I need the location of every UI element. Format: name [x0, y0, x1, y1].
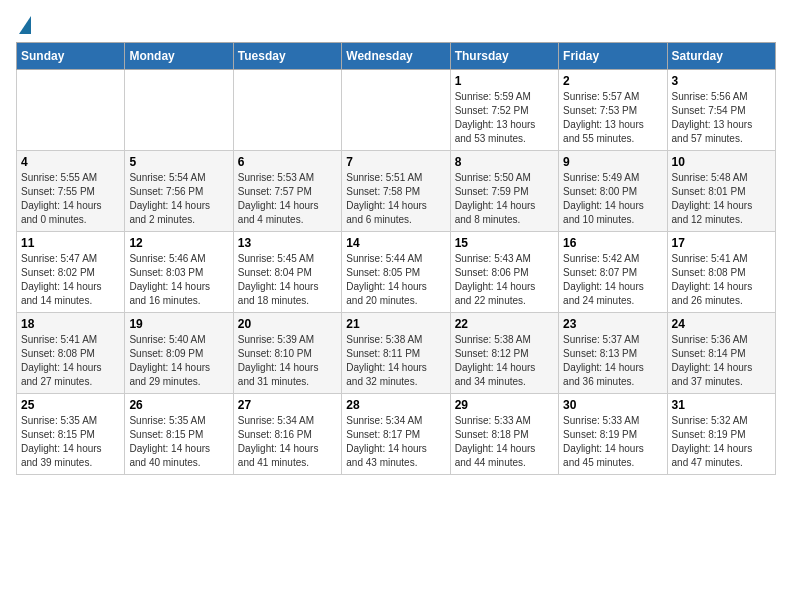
calendar-cell: 9Sunrise: 5:49 AM Sunset: 8:00 PM Daylig…	[559, 151, 667, 232]
day-info: Sunrise: 5:34 AM Sunset: 8:16 PM Dayligh…	[238, 414, 337, 470]
calendar-cell: 10Sunrise: 5:48 AM Sunset: 8:01 PM Dayli…	[667, 151, 775, 232]
calendar-table: SundayMondayTuesdayWednesdayThursdayFrid…	[16, 42, 776, 475]
day-number: 29	[455, 398, 554, 412]
day-info: Sunrise: 5:38 AM Sunset: 8:11 PM Dayligh…	[346, 333, 445, 389]
day-info: Sunrise: 5:32 AM Sunset: 8:19 PM Dayligh…	[672, 414, 771, 470]
calendar-cell: 17Sunrise: 5:41 AM Sunset: 8:08 PM Dayli…	[667, 232, 775, 313]
day-number: 9	[563, 155, 662, 169]
day-header-saturday: Saturday	[667, 43, 775, 70]
day-number: 25	[21, 398, 120, 412]
day-number: 17	[672, 236, 771, 250]
day-info: Sunrise: 5:38 AM Sunset: 8:12 PM Dayligh…	[455, 333, 554, 389]
calendar-cell: 4Sunrise: 5:55 AM Sunset: 7:55 PM Daylig…	[17, 151, 125, 232]
day-number: 3	[672, 74, 771, 88]
day-number: 5	[129, 155, 228, 169]
calendar-week-row: 11Sunrise: 5:47 AM Sunset: 8:02 PM Dayli…	[17, 232, 776, 313]
day-info: Sunrise: 5:44 AM Sunset: 8:05 PM Dayligh…	[346, 252, 445, 308]
calendar-cell: 29Sunrise: 5:33 AM Sunset: 8:18 PM Dayli…	[450, 394, 558, 475]
day-number: 26	[129, 398, 228, 412]
day-info: Sunrise: 5:35 AM Sunset: 8:15 PM Dayligh…	[129, 414, 228, 470]
day-number: 20	[238, 317, 337, 331]
day-info: Sunrise: 5:37 AM Sunset: 8:13 PM Dayligh…	[563, 333, 662, 389]
calendar-cell	[125, 70, 233, 151]
day-header-friday: Friday	[559, 43, 667, 70]
calendar-cell: 23Sunrise: 5:37 AM Sunset: 8:13 PM Dayli…	[559, 313, 667, 394]
day-number: 27	[238, 398, 337, 412]
day-info: Sunrise: 5:45 AM Sunset: 8:04 PM Dayligh…	[238, 252, 337, 308]
calendar-cell: 15Sunrise: 5:43 AM Sunset: 8:06 PM Dayli…	[450, 232, 558, 313]
calendar-week-row: 1Sunrise: 5:59 AM Sunset: 7:52 PM Daylig…	[17, 70, 776, 151]
day-number: 30	[563, 398, 662, 412]
day-info: Sunrise: 5:47 AM Sunset: 8:02 PM Dayligh…	[21, 252, 120, 308]
day-header-tuesday: Tuesday	[233, 43, 341, 70]
calendar-week-row: 4Sunrise: 5:55 AM Sunset: 7:55 PM Daylig…	[17, 151, 776, 232]
day-info: Sunrise: 5:49 AM Sunset: 8:00 PM Dayligh…	[563, 171, 662, 227]
day-number: 8	[455, 155, 554, 169]
day-number: 10	[672, 155, 771, 169]
day-number: 31	[672, 398, 771, 412]
calendar-cell: 25Sunrise: 5:35 AM Sunset: 8:15 PM Dayli…	[17, 394, 125, 475]
day-number: 24	[672, 317, 771, 331]
calendar-cell: 18Sunrise: 5:41 AM Sunset: 8:08 PM Dayli…	[17, 313, 125, 394]
day-info: Sunrise: 5:34 AM Sunset: 8:17 PM Dayligh…	[346, 414, 445, 470]
day-info: Sunrise: 5:48 AM Sunset: 8:01 PM Dayligh…	[672, 171, 771, 227]
day-header-wednesday: Wednesday	[342, 43, 450, 70]
day-info: Sunrise: 5:35 AM Sunset: 8:15 PM Dayligh…	[21, 414, 120, 470]
calendar-cell: 1Sunrise: 5:59 AM Sunset: 7:52 PM Daylig…	[450, 70, 558, 151]
calendar-cell: 24Sunrise: 5:36 AM Sunset: 8:14 PM Dayli…	[667, 313, 775, 394]
day-info: Sunrise: 5:57 AM Sunset: 7:53 PM Dayligh…	[563, 90, 662, 146]
calendar-cell: 16Sunrise: 5:42 AM Sunset: 8:07 PM Dayli…	[559, 232, 667, 313]
day-number: 1	[455, 74, 554, 88]
day-info: Sunrise: 5:51 AM Sunset: 7:58 PM Dayligh…	[346, 171, 445, 227]
day-info: Sunrise: 5:41 AM Sunset: 8:08 PM Dayligh…	[672, 252, 771, 308]
day-number: 4	[21, 155, 120, 169]
calendar-cell: 21Sunrise: 5:38 AM Sunset: 8:11 PM Dayli…	[342, 313, 450, 394]
calendar-cell: 22Sunrise: 5:38 AM Sunset: 8:12 PM Dayli…	[450, 313, 558, 394]
calendar-cell	[342, 70, 450, 151]
day-number: 16	[563, 236, 662, 250]
calendar-cell: 19Sunrise: 5:40 AM Sunset: 8:09 PM Dayli…	[125, 313, 233, 394]
day-header-monday: Monday	[125, 43, 233, 70]
logo	[16, 16, 31, 34]
calendar-cell: 30Sunrise: 5:33 AM Sunset: 8:19 PM Dayli…	[559, 394, 667, 475]
day-info: Sunrise: 5:40 AM Sunset: 8:09 PM Dayligh…	[129, 333, 228, 389]
calendar-cell: 5Sunrise: 5:54 AM Sunset: 7:56 PM Daylig…	[125, 151, 233, 232]
calendar-cell: 3Sunrise: 5:56 AM Sunset: 7:54 PM Daylig…	[667, 70, 775, 151]
calendar-week-row: 18Sunrise: 5:41 AM Sunset: 8:08 PM Dayli…	[17, 313, 776, 394]
day-info: Sunrise: 5:42 AM Sunset: 8:07 PM Dayligh…	[563, 252, 662, 308]
day-number: 19	[129, 317, 228, 331]
day-number: 11	[21, 236, 120, 250]
day-number: 22	[455, 317, 554, 331]
day-number: 23	[563, 317, 662, 331]
calendar-cell: 31Sunrise: 5:32 AM Sunset: 8:19 PM Dayli…	[667, 394, 775, 475]
day-header-thursday: Thursday	[450, 43, 558, 70]
calendar-week-row: 25Sunrise: 5:35 AM Sunset: 8:15 PM Dayli…	[17, 394, 776, 475]
day-info: Sunrise: 5:33 AM Sunset: 8:19 PM Dayligh…	[563, 414, 662, 470]
calendar-cell: 14Sunrise: 5:44 AM Sunset: 8:05 PM Dayli…	[342, 232, 450, 313]
day-header-sunday: Sunday	[17, 43, 125, 70]
day-info: Sunrise: 5:36 AM Sunset: 8:14 PM Dayligh…	[672, 333, 771, 389]
day-number: 14	[346, 236, 445, 250]
calendar-cell: 20Sunrise: 5:39 AM Sunset: 8:10 PM Dayli…	[233, 313, 341, 394]
calendar-cell	[233, 70, 341, 151]
calendar-cell: 7Sunrise: 5:51 AM Sunset: 7:58 PM Daylig…	[342, 151, 450, 232]
day-info: Sunrise: 5:33 AM Sunset: 8:18 PM Dayligh…	[455, 414, 554, 470]
day-number: 28	[346, 398, 445, 412]
day-number: 13	[238, 236, 337, 250]
day-info: Sunrise: 5:56 AM Sunset: 7:54 PM Dayligh…	[672, 90, 771, 146]
day-number: 7	[346, 155, 445, 169]
day-number: 21	[346, 317, 445, 331]
page-header	[16, 16, 776, 34]
day-info: Sunrise: 5:39 AM Sunset: 8:10 PM Dayligh…	[238, 333, 337, 389]
calendar-cell	[17, 70, 125, 151]
calendar-cell: 13Sunrise: 5:45 AM Sunset: 8:04 PM Dayli…	[233, 232, 341, 313]
day-number: 18	[21, 317, 120, 331]
day-info: Sunrise: 5:50 AM Sunset: 7:59 PM Dayligh…	[455, 171, 554, 227]
logo-triangle-icon	[19, 16, 31, 34]
day-info: Sunrise: 5:43 AM Sunset: 8:06 PM Dayligh…	[455, 252, 554, 308]
day-info: Sunrise: 5:46 AM Sunset: 8:03 PM Dayligh…	[129, 252, 228, 308]
day-info: Sunrise: 5:41 AM Sunset: 8:08 PM Dayligh…	[21, 333, 120, 389]
day-number: 15	[455, 236, 554, 250]
calendar-cell: 2Sunrise: 5:57 AM Sunset: 7:53 PM Daylig…	[559, 70, 667, 151]
calendar-header-row: SundayMondayTuesdayWednesdayThursdayFrid…	[17, 43, 776, 70]
